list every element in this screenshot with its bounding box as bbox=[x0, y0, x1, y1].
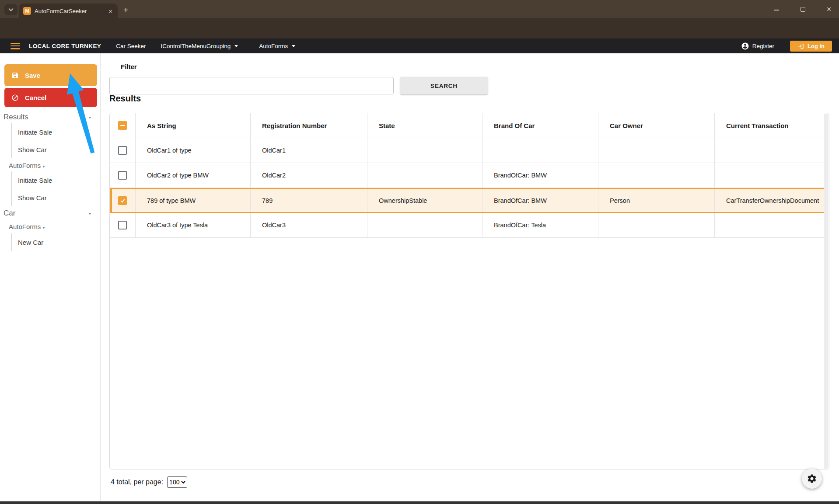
cell-brand-of-car: BrandOfCar: BMW bbox=[482, 163, 598, 188]
cell-current-transaction bbox=[715, 163, 824, 188]
table-row[interactable]: OldCar3 of type Tesla OldCar3 BrandOfCar… bbox=[110, 213, 824, 238]
table-row[interactable]: OldCar2 of type BMW OldCar2 BrandOfCar: … bbox=[110, 163, 824, 188]
filter-input[interactable] bbox=[109, 77, 394, 94]
nav-item-label: Car Seeker bbox=[116, 43, 146, 49]
cell-state bbox=[367, 163, 482, 188]
column-header: Registration Number bbox=[251, 113, 367, 138]
row-checkbox-cell bbox=[110, 189, 136, 212]
results-table: As String Registration Number State Bran… bbox=[109, 113, 829, 469]
chevron-down-icon bbox=[292, 45, 295, 47]
table-row-selected[interactable]: 789 of type BMW 789 OwnershipStable Bran… bbox=[110, 188, 824, 213]
indeterminate-icon bbox=[120, 125, 125, 126]
cell-brand-of-car bbox=[482, 138, 598, 163]
column-header: Brand Of Car bbox=[482, 113, 598, 138]
cell-current-transaction: CarTransferOwnershipDocument bbox=[715, 189, 824, 212]
table-row[interactable]: OldCar1 of type OldCar1 bbox=[110, 138, 824, 163]
cell-car-owner bbox=[598, 163, 715, 188]
browser-tab[interactable]: M AutoFormCarSeeker × bbox=[19, 3, 118, 18]
window-minimize-button[interactable] bbox=[770, 6, 783, 13]
select-all-checkbox[interactable] bbox=[118, 121, 127, 130]
tab-title: AutoFormCarSeeker bbox=[35, 8, 108, 14]
register-button[interactable]: Register bbox=[741, 42, 774, 50]
sidebar-section-results[interactable]: Results ▾ bbox=[3, 113, 95, 122]
gear-icon bbox=[807, 473, 817, 484]
window-close-button[interactable]: × bbox=[822, 5, 836, 14]
per-page-select[interactable]: 100 bbox=[167, 476, 187, 488]
login-label: Log in bbox=[808, 43, 825, 49]
sidebar-item-initiate-sale[interactable]: Initiate Sale bbox=[18, 123, 94, 141]
tab-close-icon[interactable]: × bbox=[108, 7, 113, 15]
row-checkbox-cell bbox=[110, 163, 136, 188]
register-label: Register bbox=[752, 43, 774, 49]
ban-icon bbox=[11, 94, 19, 101]
column-header: Car Owner bbox=[598, 113, 715, 138]
chevron-down-icon: ▾ bbox=[89, 211, 91, 216]
row-checkbox[interactable] bbox=[118, 171, 127, 180]
column-header: Current Transaction bbox=[715, 113, 824, 138]
sidebar-subsection-autoforms[interactable]: AutoForms ▾ bbox=[9, 223, 45, 230]
navbar-brand[interactable]: LOCAL CORE TURNKEY bbox=[29, 43, 101, 49]
cell-as-string: OldCar2 of type BMW bbox=[136, 163, 251, 188]
sidebar-section-car[interactable]: Car ▾ bbox=[3, 209, 95, 218]
section-title: Results bbox=[3, 113, 28, 122]
browser-tab-strip: M AutoFormCarSeeker × + × bbox=[0, 0, 839, 18]
nav-item-icontrolthemenugrouping[interactable]: IControlTheMenuGrouping bbox=[161, 43, 238, 49]
nav-item-autoforms[interactable]: AutoForms bbox=[259, 43, 295, 49]
row-checkbox-checked[interactable] bbox=[118, 196, 127, 205]
filter-label: Filter bbox=[121, 63, 137, 70]
table-footer: 4 total, per page: 100 bbox=[111, 476, 187, 488]
new-tab-button[interactable]: + bbox=[123, 5, 128, 15]
app-navbar: LOCAL CORE TURNKEY Car Seeker IControlTh… bbox=[0, 38, 839, 53]
subsection-title: AutoForms bbox=[9, 223, 41, 230]
sidebar-item-new-car[interactable]: New Car bbox=[18, 233, 94, 251]
cell-car-owner: Person bbox=[598, 189, 715, 212]
row-checkbox[interactable] bbox=[118, 146, 127, 155]
settings-fab-button[interactable] bbox=[802, 469, 822, 489]
sidebar-item-show-car[interactable]: Show Car bbox=[18, 141, 94, 158]
browser-toolbar: localhost:8182/App#/AutoFormCarSeeker/$n… bbox=[0, 18, 839, 38]
column-header: State bbox=[367, 113, 482, 138]
cell-state bbox=[367, 138, 482, 163]
chevron-down-icon: ▾ bbox=[89, 115, 91, 120]
hamburger-menu-icon[interactable] bbox=[10, 43, 20, 49]
sidebar-item-show-car[interactable]: Show Car bbox=[18, 189, 94, 206]
cell-current-transaction bbox=[715, 213, 824, 237]
nav-item-label: AutoForms bbox=[259, 43, 288, 49]
cell-state: OwnershipStable bbox=[367, 189, 482, 212]
row-checkbox-cell bbox=[110, 213, 136, 237]
cell-registration-number: 789 bbox=[251, 189, 367, 212]
row-checkbox-cell bbox=[110, 138, 136, 163]
cell-brand-of-car: BrandOfCar: Tesla bbox=[482, 213, 598, 237]
cancel-label: Cancel bbox=[25, 94, 46, 101]
window-controls: × bbox=[770, 0, 836, 18]
column-header: As String bbox=[136, 113, 251, 138]
sidebar-subsection-autoforms[interactable]: AutoForms ▾ bbox=[9, 162, 45, 169]
total-count-text: 4 total, per page: bbox=[111, 478, 163, 486]
tab-search-button[interactable] bbox=[4, 4, 17, 15]
cell-car-owner bbox=[598, 213, 715, 237]
sidebar-group: New Car bbox=[11, 233, 94, 251]
login-button[interactable]: Log in bbox=[790, 41, 832, 52]
search-button[interactable]: SEARCH bbox=[400, 77, 488, 94]
chevron-down-icon bbox=[234, 45, 238, 47]
cell-car-owner bbox=[598, 138, 715, 163]
cell-registration-number: OldCar3 bbox=[251, 213, 367, 237]
maximize-icon bbox=[801, 7, 805, 12]
nav-item-car-seeker[interactable]: Car Seeker bbox=[116, 43, 146, 49]
row-checkbox[interactable] bbox=[118, 221, 127, 229]
main-content: Filter SEARCH Results As String Registra… bbox=[101, 53, 839, 501]
cancel-button[interactable]: Cancel bbox=[4, 88, 97, 107]
cell-as-string: OldCar3 of type Tesla bbox=[136, 213, 251, 237]
cell-registration-number: OldCar1 bbox=[251, 138, 367, 163]
save-button[interactable]: Save bbox=[4, 64, 97, 86]
chevron-down-icon bbox=[8, 8, 14, 11]
sidebar-item-initiate-sale[interactable]: Initiate Sale bbox=[18, 171, 94, 189]
window-maximize-button[interactable] bbox=[796, 6, 809, 13]
sidebar: Save Cancel Results ▾ Initiate Sale Show… bbox=[0, 53, 101, 501]
subsection-title: AutoForms bbox=[9, 162, 41, 169]
cell-current-transaction bbox=[715, 138, 824, 163]
person-icon bbox=[741, 42, 749, 50]
table-scrollbar[interactable] bbox=[824, 114, 829, 469]
navbar-right: Register Log in bbox=[741, 41, 832, 52]
login-icon bbox=[797, 43, 804, 49]
